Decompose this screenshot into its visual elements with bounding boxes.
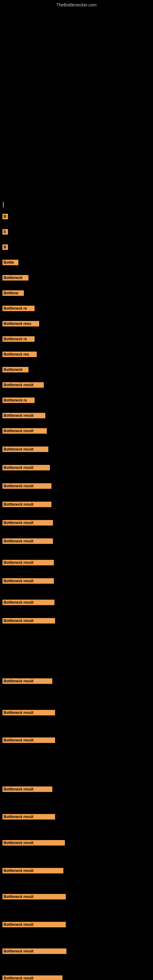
bottleneck-result-bar[interactable]: Bottleneck result <box>2 413 45 418</box>
bottleneck-result-bar[interactable]: Bottleneck result <box>2 840 65 846</box>
bottleneck-result-bar[interactable]: B <box>2 244 8 250</box>
bottleneck-bar-row: Bottleneck result <box>1 839 65 848</box>
bottleneck-result-bar[interactable]: Bottleneck <box>2 275 29 280</box>
bottleneck-bar-row: Bottleneck result <box>1 947 66 956</box>
bottleneck-bar-row: Bottleneck result <box>1 445 48 455</box>
bottleneck-result-bar[interactable]: Bottleneck result <box>2 737 55 743</box>
bottleneck-result-bar[interactable]: Bottle <box>2 260 18 265</box>
bottleneck-bar-row: B <box>1 243 8 252</box>
bottleneck-bar-row: Bottleneck result <box>1 412 45 421</box>
bottleneck-result-bar[interactable]: Bottleneck result <box>2 948 66 954</box>
bottleneck-bar-row: Bottleneck <box>1 274 29 283</box>
bottleneck-bar-row: Bottleneck result <box>1 617 55 626</box>
bottleneck-bar-row: Bottleneck <box>1 366 29 375</box>
bottleneck-result-bar[interactable]: Bottleneck result <box>2 428 47 434</box>
bottleneck-bar-row: Bottleneck result <box>1 921 66 930</box>
bottleneck-result-bar[interactable]: Bottleneck result <box>2 710 55 715</box>
bottleneck-result-bar[interactable]: Bottleneck result <box>2 975 62 980</box>
bottleneck-result-bar[interactable]: Bottleneck result <box>2 520 53 525</box>
bottleneck-bar-row: Bottleneck result <box>1 867 63 876</box>
bottleneck-bar-row: Bottleneck result <box>1 974 62 980</box>
bottleneck-bar-row: Bottleneck result <box>1 785 52 794</box>
site-title: TheBottlenecker.com <box>0 0 153 9</box>
bottleneck-bar-row: Bottleneck re <box>1 304 35 313</box>
bottleneck-result-bar[interactable]: Bottleneck result <box>2 447 48 452</box>
bottleneck-bar-row: Bottleneck res <box>1 350 37 360</box>
bottleneck-bar-row: Bottleneck result <box>1 537 53 546</box>
bottleneck-result-bar[interactable]: Bottleneck re <box>2 336 35 342</box>
bottleneck-result-bar[interactable]: Bottleneck result <box>2 618 55 624</box>
bottleneck-bar-row: Bottleneck result <box>1 598 54 608</box>
bottleneck-result-bar[interactable]: Bottleneck result <box>2 483 51 489</box>
bottleneck-result-bar[interactable]: Bottleneck result <box>2 814 55 819</box>
bottleneck-bar-row: Bottleneck result <box>1 709 55 718</box>
bottleneck-result-bar[interactable]: Bottleneck result <box>2 678 52 684</box>
cursor-indicator: | <box>1 199 5 210</box>
bottleneck-result-bar[interactable]: Bottleneck result <box>2 868 63 873</box>
bottleneck-bar-row: Bottlene <box>1 289 24 298</box>
bottleneck-bar-row: Bottleneck result <box>1 482 51 491</box>
bottleneck-result-bar[interactable]: Bottleneck re <box>2 398 35 403</box>
bottleneck-result-bar[interactable]: Bottleneck result <box>2 578 54 584</box>
bottleneck-result-bar[interactable]: Bottleneck result <box>2 786 52 792</box>
bottleneck-result-bar[interactable]: Bottleneck res <box>2 352 37 357</box>
bottleneck-bar-row: Bottleneck result <box>1 500 51 510</box>
bottleneck-result-bar[interactable]: Bottleneck <box>2 367 29 372</box>
bottleneck-bar-row: Bottle <box>1 258 18 268</box>
bottleneck-result-bar[interactable]: Bottleneck result <box>2 465 50 470</box>
bottleneck-result-bar[interactable]: Bottleneck resu <box>2 321 39 326</box>
bottleneck-bar-row: Bottleneck re <box>1 396 35 406</box>
bottleneck-bar-row: Bottleneck result <box>1 519 53 528</box>
bottleneck-result-bar[interactable]: Bottleneck result <box>2 600 54 605</box>
bottleneck-bar-row: Bottleneck result <box>1 464 50 473</box>
bottleneck-bar-row: Bottleneck result <box>1 558 54 568</box>
bottleneck-bar-row: Bottleneck result <box>1 381 44 390</box>
bottleneck-bar-row: B <box>1 213 8 222</box>
bottleneck-bar-row: Bottleneck result <box>1 893 66 902</box>
bottleneck-bar-row: Bottleneck result <box>1 677 52 686</box>
bottleneck-bar-row: E <box>1 228 8 237</box>
bottleneck-result-bar[interactable]: Bottleneck result <box>2 538 53 544</box>
bottleneck-result-bar[interactable]: Bottleneck re <box>2 305 35 311</box>
bottleneck-result-bar[interactable]: B <box>2 214 8 219</box>
bottleneck-result-bar[interactable]: Bottleneck result <box>2 560 54 565</box>
bottleneck-bar-row: Bottleneck result <box>1 577 54 586</box>
bottleneck-result-bar[interactable]: Bottleneck result <box>2 894 66 899</box>
bottleneck-result-bar[interactable]: Bottleneck result <box>2 382 44 388</box>
bottleneck-bar-row: Bottleneck result <box>1 427 47 436</box>
bottleneck-bar-row: Bottleneck re <box>1 335 35 344</box>
bottleneck-bar-row: Bottleneck result <box>1 813 55 822</box>
bottleneck-result-bar[interactable]: Bottlene <box>2 290 24 296</box>
bottleneck-result-bar[interactable]: Bottleneck result <box>2 922 66 928</box>
bottleneck-result-bar[interactable]: E <box>2 229 8 235</box>
bottleneck-result-bar[interactable]: Bottleneck result <box>2 502 51 507</box>
bottleneck-bar-row: Bottleneck result <box>1 736 55 745</box>
bottleneck-bar-row: Bottleneck resu <box>1 320 39 329</box>
